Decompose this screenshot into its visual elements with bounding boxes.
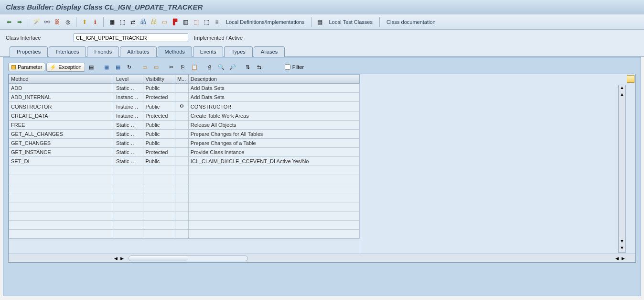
table-row[interactable]: CREATE_DATAInstanc…ProtectedCreate Table… bbox=[9, 111, 360, 121]
cell-method[interactable]: GET_INSTANCE bbox=[9, 148, 114, 157]
table-row[interactable]: GET_CHANGESStatic …PublicPrepare Changes… bbox=[9, 139, 360, 148]
pattern-icon[interactable]: ⬚ bbox=[202, 18, 211, 26]
scroll-up-icon[interactable]: ▲ bbox=[620, 85, 624, 92]
col-method[interactable]: Method bbox=[9, 75, 114, 84]
redefine-icon[interactable]: ↻ bbox=[124, 62, 135, 72]
cell-visibility[interactable]: Protected bbox=[143, 111, 175, 121]
tree-icon[interactable]: ⬚ bbox=[118, 18, 127, 26]
cell-level[interactable]: Instanc… bbox=[114, 111, 143, 121]
table-row[interactable] bbox=[9, 166, 360, 175]
cell-visibility[interactable]: Public bbox=[143, 130, 175, 139]
cell-description[interactable]: Provide Class Instance bbox=[188, 148, 359, 157]
table-row[interactable]: GET_INSTANCEStatic …ProtectedProvide Cla… bbox=[9, 148, 360, 157]
structure-icon[interactable]: 品 bbox=[139, 18, 148, 26]
delete-row-icon[interactable]: ▭ bbox=[151, 62, 161, 72]
cell-description[interactable]: Create Table Work Areas bbox=[188, 111, 359, 121]
table-row[interactable] bbox=[9, 202, 360, 211]
local-defs-link[interactable]: Local Definitions/Implementations bbox=[223, 18, 307, 26]
cell-visibility[interactable]: Protected bbox=[143, 93, 175, 102]
layout-icon[interactable]: ▦ bbox=[107, 18, 116, 26]
cell-method[interactable]: SET_DI bbox=[9, 157, 114, 166]
scroll-left-icon[interactable]: ◀ bbox=[113, 256, 118, 261]
book-icon[interactable]: ▭ bbox=[160, 18, 169, 26]
table-row[interactable]: SET_DIStatic …PublicICL_CLAIM_DI/ICLE_CC… bbox=[9, 157, 360, 166]
tab-events[interactable]: Events bbox=[193, 46, 224, 57]
cell-description[interactable]: Add Data Sets bbox=[188, 84, 359, 93]
scroll-thumb[interactable] bbox=[129, 256, 188, 261]
sort-asc-icon[interactable]: ⇅ bbox=[243, 62, 253, 72]
table-row[interactable] bbox=[9, 221, 360, 230]
test-icon[interactable]: ⬚ bbox=[192, 18, 200, 26]
class-name-input[interactable] bbox=[74, 33, 188, 42]
find-icon[interactable]: 🔍 bbox=[216, 62, 226, 72]
table-row[interactable] bbox=[9, 175, 360, 184]
cell-visibility[interactable]: Public bbox=[143, 121, 175, 130]
cell-description[interactable]: ICL_CLAIM_DI/ICLE_CCEVENT_DI Active Yes/… bbox=[188, 157, 359, 166]
table-row[interactable] bbox=[9, 184, 360, 193]
activate-icon[interactable]: ⛓ bbox=[53, 18, 62, 26]
cell-level[interactable]: Static … bbox=[114, 148, 143, 157]
flag-icon[interactable]: ▛ bbox=[171, 18, 179, 26]
table-row[interactable]: GET_ALL_CHANGESStatic …PublicPrepare Cha… bbox=[9, 130, 360, 139]
tab-attributes[interactable]: Attributes bbox=[120, 46, 156, 57]
cell-description[interactable]: Prepare Changes for All Tables bbox=[188, 130, 359, 139]
cell-method[interactable]: ADD bbox=[9, 84, 114, 93]
cell-level[interactable]: Static … bbox=[114, 84, 143, 93]
cell-level[interactable]: Static … bbox=[114, 130, 143, 139]
hierarchy-icon[interactable]: ⬆ bbox=[80, 18, 89, 26]
candle-icon[interactable]: ℹ bbox=[91, 18, 99, 26]
cell-level[interactable]: Instanc… bbox=[114, 93, 143, 102]
tab-methods[interactable]: Methods bbox=[158, 46, 192, 57]
cell-method[interactable]: FREE bbox=[9, 121, 114, 130]
table-row[interactable] bbox=[9, 193, 360, 202]
table-row[interactable]: ADD_INTERNALInstanc…ProtectedAdd Data Se… bbox=[9, 93, 360, 102]
display-icon[interactable]: ▥ bbox=[181, 18, 190, 26]
cell-visibility[interactable]: Protected bbox=[143, 148, 175, 157]
test-class-icon[interactable]: ▤ bbox=[315, 18, 324, 26]
table-row[interactable]: CONSTRUCTORInstanc…Public⚙CONSTRUCTOR bbox=[9, 102, 360, 111]
parameter-button[interactable]: Parameter bbox=[8, 63, 45, 71]
cell-method[interactable]: CREATE_DATA bbox=[9, 111, 114, 121]
forward-icon[interactable]: ➡ bbox=[15, 18, 24, 26]
cell-level[interactable]: Instanc… bbox=[114, 102, 143, 111]
cell-method[interactable]: GET_CHANGES bbox=[9, 139, 114, 148]
tab-friends[interactable]: Friends bbox=[87, 46, 119, 57]
copy-icon[interactable]: ⎘ bbox=[178, 62, 188, 72]
col-visibility[interactable]: Visibility bbox=[143, 75, 175, 84]
wand-icon[interactable]: 🪄 bbox=[32, 18, 41, 26]
col-level[interactable]: Level bbox=[114, 75, 143, 84]
cell-level[interactable]: Static … bbox=[114, 139, 143, 148]
cell-description[interactable]: Add Data Sets bbox=[188, 93, 359, 102]
object-list-icon[interactable]: 品 bbox=[150, 18, 158, 26]
local-test-link[interactable]: Local Test Classes bbox=[326, 18, 376, 26]
table-row[interactable]: ADDStatic …PublicAdd Data Sets bbox=[9, 84, 360, 93]
vertical-scrollbar[interactable]: ▲ ▲ ▼ ▼ bbox=[618, 85, 626, 253]
print-icon[interactable]: 🖨 bbox=[204, 62, 215, 72]
cell-level[interactable]: Static … bbox=[114, 121, 143, 130]
scroll-up2-icon[interactable]: ▲ bbox=[620, 92, 624, 99]
cell-visibility[interactable]: Public bbox=[143, 84, 175, 93]
insert-row-icon[interactable]: ▭ bbox=[140, 62, 150, 72]
tab-aliases[interactable]: Aliases bbox=[254, 46, 285, 57]
cell-visibility[interactable]: Public bbox=[143, 102, 175, 111]
scroll-down2-icon[interactable]: ▼ bbox=[620, 245, 624, 252]
glasses-icon[interactable]: 👓 bbox=[43, 18, 51, 26]
source-icon[interactable]: ▤ bbox=[86, 62, 97, 72]
table-row[interactable]: FREEStatic …PublicRelease All Objects bbox=[9, 121, 360, 130]
table-row[interactable] bbox=[9, 230, 360, 239]
doc-icon[interactable]: ≡ bbox=[213, 18, 221, 26]
cell-level[interactable]: Static … bbox=[114, 157, 143, 166]
sort-desc-icon[interactable]: ⇆ bbox=[254, 62, 265, 72]
scroll-down-icon[interactable]: ▼ bbox=[620, 239, 624, 245]
cell-visibility[interactable]: Public bbox=[143, 157, 175, 166]
cell-method[interactable]: ADD_INTERNAL bbox=[9, 93, 114, 102]
spiral-icon[interactable]: ◎ bbox=[64, 18, 72, 26]
cell-method[interactable]: CONSTRUCTOR bbox=[9, 102, 114, 111]
grid-settings-icon[interactable] bbox=[627, 75, 634, 83]
scroll-right2-icon[interactable]: ▶ bbox=[621, 256, 626, 261]
filter-checkbox[interactable] bbox=[285, 64, 290, 70]
cell-method[interactable]: GET_ALL_CHANGES bbox=[9, 130, 114, 139]
cell-description[interactable]: Prepare Changes of a Table bbox=[188, 139, 359, 148]
where-used-icon[interactable]: ⇄ bbox=[129, 18, 137, 26]
cell-description[interactable]: Release All Objects bbox=[188, 121, 359, 130]
